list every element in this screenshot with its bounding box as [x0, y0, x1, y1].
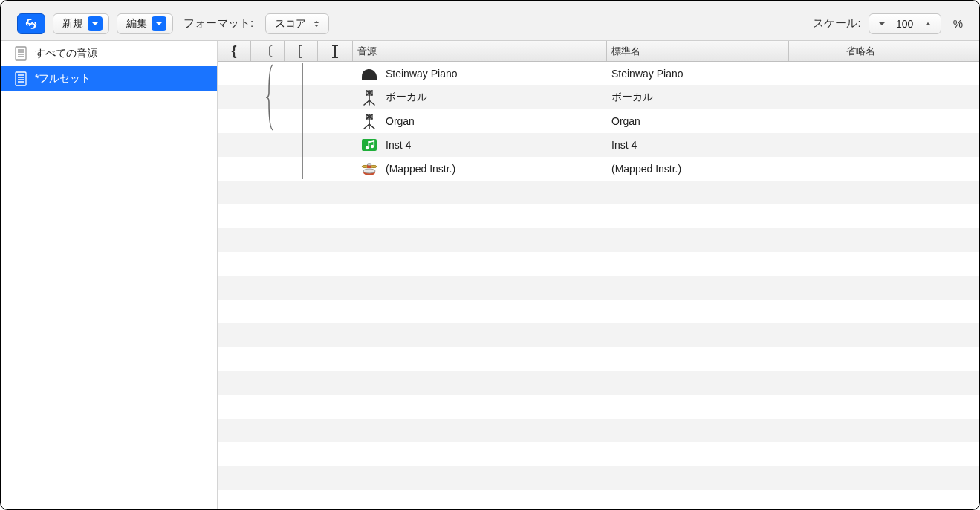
- col-instrument[interactable]: 音源: [353, 41, 607, 61]
- cell-bracket[interactable]: [251, 85, 285, 109]
- col-bracket-thin[interactable]: [285, 41, 318, 61]
- cell-instrument[interactable]: Inst 4: [353, 133, 607, 157]
- cell-brace[interactable]: [218, 85, 251, 109]
- scale-value[interactable]: 100: [890, 18, 920, 30]
- table-row[interactable]: ボーカルボーカル: [218, 85, 979, 109]
- table-row: [218, 181, 979, 204]
- table-row[interactable]: Inst 4Inst 4: [218, 133, 979, 157]
- instrument-name: (Mapped Instr.): [386, 163, 455, 175]
- drums-icon: [360, 160, 378, 178]
- sidebar-item-label: すべての音源: [35, 47, 97, 60]
- table-row: [218, 347, 979, 371]
- cell-full-name[interactable]: (Mapped Instr.): [607, 157, 789, 181]
- cell-bracket-thin[interactable]: [285, 109, 318, 133]
- table-rows: Steinway PianoSteinway PianoボーカルボーカルOrga…: [218, 62, 979, 509]
- edit-menu[interactable]: 編集: [117, 13, 173, 34]
- svg-point-32: [362, 165, 368, 167]
- cell-short-name[interactable]: [789, 157, 979, 181]
- sidebar-item-all-instruments[interactable]: すべての音源: [1, 41, 217, 66]
- scale-percent-label: %: [953, 17, 963, 30]
- cell-short-name[interactable]: [789, 62, 979, 85]
- scale-stepper: 100: [869, 13, 941, 34]
- piano-icon: [360, 65, 378, 83]
- svg-line-15: [369, 100, 374, 105]
- cell-instrument[interactable]: Steinway Piano: [353, 62, 607, 85]
- table-row: [218, 276, 979, 300]
- cell-full-name[interactable]: Organ: [607, 109, 789, 133]
- svg-line-20: [364, 124, 369, 129]
- cell-bracket[interactable]: [251, 62, 285, 85]
- scale-label: スケール:: [813, 16, 860, 30]
- cell-bracket-thin[interactable]: [285, 133, 318, 157]
- svg-line-14: [364, 100, 369, 105]
- table-row[interactable]: Steinway PianoSteinway Piano: [218, 62, 979, 85]
- thin-bracket-icon: [297, 45, 305, 58]
- cell-instrument[interactable]: Organ: [353, 109, 607, 133]
- svg-point-33: [371, 165, 377, 167]
- table-row[interactable]: OrganOrgan: [218, 109, 979, 133]
- col-short-name[interactable]: 省略名: [789, 41, 979, 61]
- cell-barline[interactable]: [318, 109, 353, 133]
- stand-icon: [360, 112, 378, 130]
- new-menu[interactable]: 新規: [53, 13, 109, 34]
- cell-full-name[interactable]: Inst 4: [607, 133, 789, 157]
- cell-barline[interactable]: [318, 157, 353, 181]
- cell-full-name[interactable]: ボーカル: [607, 85, 789, 109]
- cell-bracket-thin[interactable]: [285, 62, 318, 85]
- cell-barline[interactable]: [318, 62, 353, 85]
- table-row: [218, 466, 979, 490]
- chevron-down-icon: [88, 16, 103, 31]
- cell-short-name[interactable]: [789, 109, 979, 133]
- cell-instrument[interactable]: ボーカル: [353, 85, 607, 109]
- instrument-name: ボーカル: [386, 91, 427, 104]
- cell-barline[interactable]: [318, 85, 353, 109]
- cell-bracket[interactable]: [251, 157, 285, 181]
- table-row[interactable]: (Mapped Instr.)(Mapped Instr.): [218, 157, 979, 181]
- scale-increase[interactable]: [920, 15, 936, 33]
- full-name: (Mapped Instr.): [611, 163, 681, 175]
- instrument-name: Organ: [386, 115, 415, 127]
- edit-menu-label: 編集: [126, 17, 147, 30]
- table-row: [218, 442, 979, 466]
- col-brace[interactable]: {: [218, 41, 251, 61]
- full-name: Inst 4: [611, 139, 637, 151]
- cell-bracket[interactable]: [251, 109, 285, 133]
- cell-bracket-thin[interactable]: [285, 157, 318, 181]
- cell-short-name[interactable]: [789, 85, 979, 109]
- table-row: [218, 371, 979, 395]
- cell-brace[interactable]: [218, 62, 251, 85]
- format-select[interactable]: スコア: [265, 13, 329, 34]
- score-sets-window: 新規 編集 フォーマット: スコア スケール: 100: [0, 0, 980, 510]
- format-label: フォーマット:: [184, 16, 253, 30]
- cell-full-name[interactable]: Steinway Piano: [607, 62, 789, 85]
- toolbar: 新規 編集 フォーマット: スコア スケール: 100: [1, 1, 979, 41]
- col-barline[interactable]: [318, 41, 353, 61]
- cell-barline[interactable]: [318, 133, 353, 157]
- cell-bracket-thin[interactable]: [285, 85, 318, 109]
- catch-content-link-button[interactable]: [17, 13, 45, 34]
- bracket-icon: 〔: [261, 42, 274, 60]
- table-row: [218, 419, 979, 442]
- new-menu-label: 新規: [62, 17, 83, 30]
- stand-icon: [360, 88, 378, 106]
- col-full-name[interactable]: 標準名: [607, 41, 789, 61]
- cell-instrument[interactable]: (Mapped Instr.): [353, 157, 607, 181]
- stepper-icon: [311, 16, 322, 31]
- full-name: Steinway Piano: [611, 68, 684, 80]
- full-name: ボーカル: [611, 91, 653, 104]
- table-row: [218, 252, 979, 276]
- cell-short-name[interactable]: [789, 133, 979, 157]
- table-row: [218, 300, 979, 323]
- col-bracket[interactable]: 〔: [251, 41, 285, 61]
- sidebar-item-full-set[interactable]: *フルセット: [1, 66, 217, 91]
- brace-icon: {: [231, 43, 236, 59]
- cell-brace[interactable]: [218, 109, 251, 133]
- scale-decrease[interactable]: [874, 15, 890, 33]
- cell-bracket[interactable]: [251, 133, 285, 157]
- cell-brace[interactable]: [218, 157, 251, 181]
- document-icon: [14, 71, 27, 86]
- window-body: すべての音源 *フルセット { 〔: [1, 41, 979, 509]
- cell-brace[interactable]: [218, 133, 251, 157]
- table-header: { 〔 音源 標準名 省略名: [218, 41, 979, 62]
- format-value: スコア: [275, 17, 306, 30]
